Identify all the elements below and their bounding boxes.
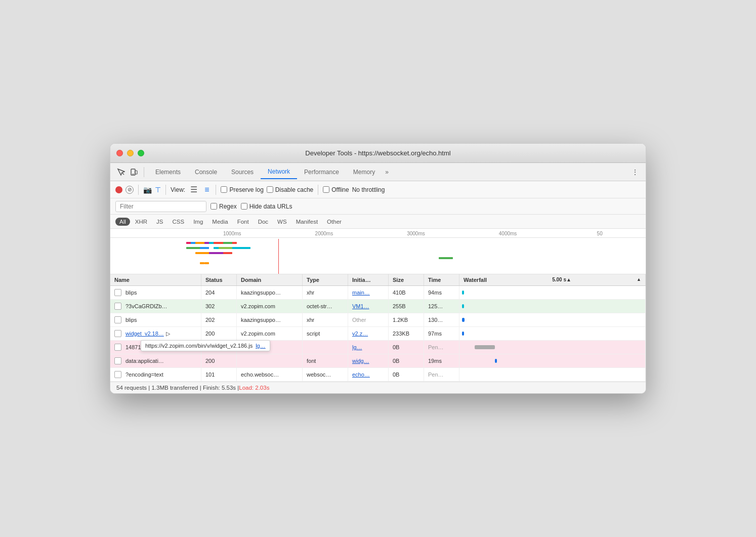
tab-elements[interactable]: Elements [148,166,188,179]
control-separator-1 [138,185,139,195]
td-size: 0B [389,341,424,354]
offline-label[interactable]: Offline [323,186,349,193]
td-status: 200 [201,327,237,340]
more-options-icon[interactable]: ⋮ [629,167,641,178]
td-type: xhr [303,286,348,299]
load-time: Load: 2.03s [239,385,269,391]
td-status: 204 [201,286,237,299]
offline-checkbox[interactable] [323,186,329,193]
th-status[interactable]: Status [201,274,237,285]
type-filter-all[interactable]: All [115,218,130,226]
device-icon[interactable] [129,167,140,178]
window-title: Developer Tools - https://websocket.org/… [305,149,450,157]
type-filter-xhr[interactable]: XHR [131,218,151,226]
td-waterfall [459,286,646,299]
tab-memory[interactable]: Memory [346,166,382,179]
td-name: ?encoding=text [110,368,201,381]
td-initiator: widg… [348,354,389,367]
more-tabs-button[interactable]: » [382,167,392,178]
disable-cache-label[interactable]: Disable cache [267,186,313,193]
table-row[interactable]: blips 202 kaazingsuppo… xhr Other 1.2KB … [110,313,646,327]
td-type: octet-str… [303,300,348,313]
clear-button[interactable]: ⊘ [125,186,134,194]
tab-performance[interactable]: Performance [297,166,346,179]
td-waterfall [459,368,646,381]
td-time: Pen… [424,368,459,381]
row-checkbox[interactable] [114,316,121,323]
record-button[interactable] [115,186,122,193]
type-filter-ws[interactable]: WS [273,218,291,226]
network-table: Name Status Domain Type Initia… Size Tim… [110,274,646,382]
td-domain: kaazingsuppo… [237,286,303,299]
titlebar: Developer Tools - https://websocket.org/… [110,144,646,163]
table-row[interactable]: blips 204 kaazingsuppo… xhr main… 410B 9… [110,286,646,300]
type-filter-doc[interactable]: Doc [254,218,272,226]
close-button[interactable] [116,150,123,156]
disable-cache-checkbox[interactable] [267,186,273,193]
type-filter-other[interactable]: Other [323,218,346,226]
table-header: Name Status Domain Type Initia… Size Tim… [110,274,646,286]
row-checkbox[interactable] [114,344,121,351]
control-separator-3 [216,185,216,195]
preserve-log-checkbox[interactable] [221,186,227,193]
table-row[interactable]: ?3vCaGRDlZb… 302 v2.zopim.com octet-str…… [110,300,646,313]
td-domain: echo.websoc… [237,368,303,381]
td-time: 97ms [424,327,459,340]
inspect-icon[interactable] [115,167,127,178]
ruler-mark-1: 1000ms [186,231,278,236]
list-view-icon[interactable]: ☰ [188,184,199,195]
td-waterfall [459,341,646,354]
tooltip-link[interactable]: lg… [256,343,266,349]
tab-network[interactable]: Network [261,165,297,179]
td-waterfall [459,300,646,313]
row-checkbox[interactable] [114,371,121,378]
toolbar-separator-1 [144,167,144,177]
filter-input[interactable] [115,201,206,212]
th-name[interactable]: Name [110,274,201,285]
regex-label[interactable]: Regex [211,203,237,210]
th-domain[interactable]: Domain [237,274,303,285]
preserve-log-label[interactable]: Preserve log [221,186,263,193]
filter-icon[interactable]: ⊤ [155,186,161,194]
row-checkbox[interactable] [114,357,121,364]
type-filter-media[interactable]: Media [208,218,232,226]
tab-console[interactable]: Console [188,166,224,179]
type-filter-font[interactable]: Font [233,218,253,226]
tab-sources[interactable]: Sources [224,166,261,179]
toolbar-end: ⋮ [629,167,641,178]
hide-data-urls-label[interactable]: Hide data URLs [241,203,292,210]
td-name: blips [110,286,201,299]
row-checkbox[interactable] [114,303,121,310]
type-filter-img[interactable]: Img [189,218,207,226]
type-filter-bar: All XHR JS CSS Img Media Font Doc WS Man… [110,215,646,229]
th-size[interactable]: Size [389,274,424,285]
th-initiator[interactable]: Initia… [348,274,389,285]
type-filter-css[interactable]: CSS [168,218,188,226]
group-view-icon[interactable]: ≡ [202,184,211,195]
type-filter-manifest[interactable]: Manifest [292,218,322,226]
td-time: 125… [424,300,459,313]
th-waterfall[interactable]: Waterfall 5.00 s▲ [459,274,646,285]
regex-checkbox[interactable] [211,203,217,210]
th-time[interactable]: Time [424,274,459,285]
td-name: ?3vCaGRDlZb… [110,300,201,313]
row-checkbox[interactable] [114,330,121,337]
row-checkbox[interactable] [114,289,121,296]
table-row[interactable]: data:applicati… 200 font widg… 0B 19ms [110,354,646,368]
table-row[interactable]: ?encoding=text 101 echo.websoc… websoc… … [110,368,646,382]
table-row[interactable]: widget_v2.18… ▷ 200 v2.zopim.com script … [110,327,646,341]
url-tooltip: https://v2.zopim.com/bin/v/widget_v2.186… [141,340,270,351]
td-waterfall [459,354,646,367]
td-size: 410B [389,286,424,299]
screenshot-icon[interactable]: 📷 [143,186,152,194]
type-filter-js[interactable]: JS [152,218,167,226]
maximize-button[interactable] [138,150,144,156]
ruler-mark-3: 3000ms [370,231,462,236]
td-status: 202 [201,313,237,326]
network-controls: ⊘ 📷 ⊤ View: ☰ ≡ Preserve log Disable cac… [110,181,646,198]
td-name: blips [110,313,201,326]
minimize-button[interactable] [127,150,134,156]
th-type[interactable]: Type [303,274,348,285]
hide-data-urls-checkbox[interactable] [241,203,247,210]
td-size: 1.2KB [389,313,424,326]
